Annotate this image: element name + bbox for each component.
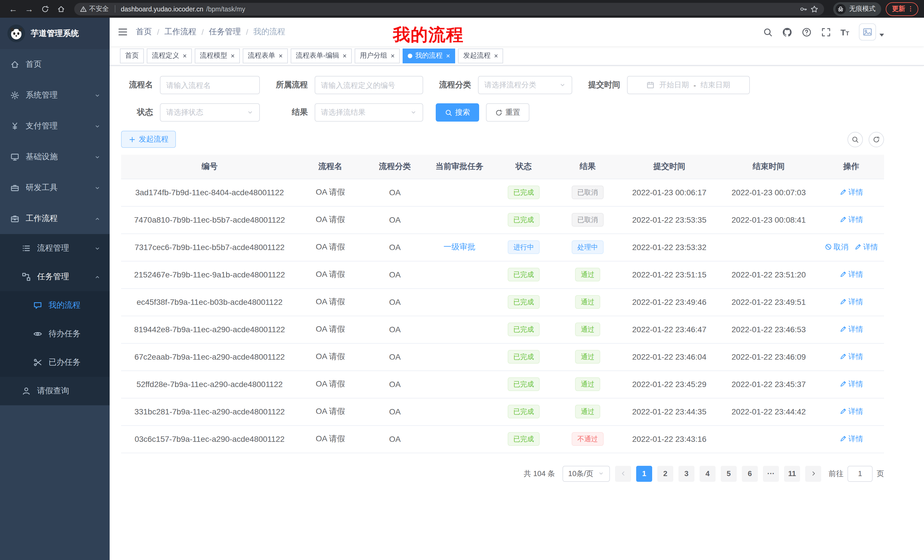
goto-page-input[interactable]: [848, 466, 873, 482]
edit-icon: [839, 326, 847, 333]
tab-close-icon[interactable]: ×: [391, 52, 394, 59]
security-warning-text: 不安全: [89, 4, 109, 13]
page-size-select[interactable]: 10条/页: [562, 466, 610, 482]
breadcrumb-item[interactable]: 工作流程: [165, 27, 196, 37]
sidebar-item-dev-tools[interactable]: 研发工具: [0, 172, 110, 203]
page-button[interactable]: 6: [742, 466, 758, 482]
detail-action[interactable]: 详情: [839, 406, 863, 417]
cell-process-name: OA 请假: [298, 234, 363, 261]
font-size-icon[interactable]: TT: [840, 28, 849, 36]
search-button[interactable]: 搜索: [436, 103, 479, 121]
tab-process-form[interactable]: 流程表单×: [243, 48, 288, 63]
page-button[interactable]: 2: [657, 466, 673, 482]
detail-action[interactable]: 详情: [839, 434, 863, 444]
table-row: ec45f38f-7b9a-11ec-b03b-acde48001122OA 请…: [121, 288, 884, 316]
user-avatar-dropdown[interactable]: [859, 23, 884, 40]
browser-forward-button[interactable]: →: [22, 1, 36, 16]
github-icon[interactable]: [782, 27, 792, 37]
browser-home-button[interactable]: [54, 1, 69, 16]
detail-action[interactable]: 详情: [839, 187, 863, 198]
owner-process-input[interactable]: [321, 81, 417, 89]
submit-time-range-picker[interactable]: 开始日期 - 结束日期: [627, 76, 750, 94]
url-path: /bpm/task/my: [206, 5, 245, 12]
toggle-search-button[interactable]: [848, 132, 863, 147]
result-select[interactable]: 请选择流结果: [315, 103, 423, 121]
sidebar-toggle-button[interactable]: [110, 18, 136, 46]
status-select[interactable]: 请选择状态: [160, 103, 260, 121]
tab-my-process[interactable]: 我的流程×: [403, 48, 455, 63]
tab-process-model[interactable]: 流程模型×: [195, 48, 240, 63]
address-bar[interactable]: 不安全 dashboard.yudao.iocoder.cn/bpm/task/…: [74, 3, 824, 15]
sidebar-item-system[interactable]: 系统管理: [0, 80, 110, 111]
page-button[interactable]: 11: [784, 466, 800, 482]
tab-close-icon[interactable]: ×: [446, 52, 450, 59]
help-icon[interactable]: [801, 27, 811, 37]
breadcrumb-separator: /: [157, 27, 159, 36]
breadcrumb-item[interactable]: 首页: [136, 27, 152, 37]
tab-process-form-edit[interactable]: 流程表单-编辑×: [291, 48, 352, 63]
bookmark-icon[interactable]: [810, 5, 818, 13]
sidebar-item-done-tasks[interactable]: 已办任务: [0, 348, 110, 377]
sidebar-item-my-process[interactable]: 我的流程: [0, 291, 110, 320]
detail-action[interactable]: 详情: [839, 270, 863, 280]
table-row: 67c2eaab-7b9a-11ec-a290-acde48001122OA 请…: [121, 343, 884, 370]
detail-action[interactable]: 详情: [839, 352, 863, 362]
next-page-button[interactable]: [805, 466, 821, 482]
status-tag: 通过: [575, 377, 600, 391]
sidebar-item-leave-query[interactable]: 请假查询: [0, 377, 110, 405]
tab-close-icon[interactable]: ×: [494, 52, 498, 59]
prev-page-button[interactable]: [615, 466, 631, 482]
process-name-input[interactable]: [166, 81, 254, 89]
page-button[interactable]: 4: [700, 466, 716, 482]
omnibox-divider: [114, 5, 115, 13]
page-button[interactable]: 5: [721, 466, 736, 482]
page-ellipsis[interactable]: ···: [763, 466, 779, 482]
fullscreen-icon[interactable]: [821, 27, 831, 37]
detail-action[interactable]: 详情: [839, 379, 863, 389]
page-button[interactable]: 1: [636, 466, 652, 482]
breadcrumb-item[interactable]: 任务管理: [209, 27, 241, 37]
incognito-icon: [837, 5, 844, 12]
current-task-link[interactable]: 一级审批: [444, 242, 476, 251]
sidebar-item-task-mgmt[interactable]: 任务管理: [0, 263, 110, 291]
cell-id: 3ad174fb-7b9d-11ec-8404-acde48001122: [121, 179, 298, 206]
tab-user-group[interactable]: 用户分组×: [355, 48, 400, 63]
status-tag: 不通过: [572, 432, 604, 446]
cell-end-time: 2022-01-22 23:49:51: [719, 288, 818, 316]
app-logo[interactable]: 芋道管理系统: [0, 18, 110, 49]
tab-process-definition[interactable]: 流程定义×: [147, 48, 192, 63]
refresh-table-button[interactable]: [868, 132, 884, 147]
category-select[interactable]: 请选择流程分类: [478, 76, 572, 94]
tab-close-icon[interactable]: ×: [183, 52, 187, 59]
header-search-icon[interactable]: [763, 27, 772, 37]
cell-category: OA: [363, 234, 427, 261]
table-row: 819442e8-7b9a-11ec-a290-acde48001122OA 请…: [121, 316, 884, 343]
browser-back-button[interactable]: ←: [6, 1, 21, 16]
tab-start-process[interactable]: 发起流程×: [458, 48, 503, 63]
cancel-action[interactable]: 取消: [824, 242, 848, 252]
gear-icon: [10, 91, 20, 100]
tab-home[interactable]: 首页: [120, 48, 144, 63]
detail-action[interactable]: 详情: [854, 242, 878, 252]
tab-close-icon[interactable]: ×: [231, 52, 235, 59]
chevron-down-icon: [94, 92, 100, 99]
detail-action[interactable]: 详情: [839, 297, 863, 307]
reset-button[interactable]: 重置: [486, 103, 530, 121]
page-button[interactable]: 3: [678, 466, 694, 482]
tab-close-icon[interactable]: ×: [343, 52, 346, 59]
sidebar-item-process-mgmt[interactable]: 流程管理: [0, 234, 110, 263]
sidebar-item-payment[interactable]: 支付管理: [0, 111, 110, 142]
detail-action[interactable]: 详情: [839, 215, 863, 225]
start-process-button[interactable]: 发起流程: [121, 131, 176, 148]
password-manager-icon[interactable]: [800, 5, 807, 13]
detail-action[interactable]: 详情: [839, 324, 863, 334]
sidebar-item-infrastructure[interactable]: 基础设施: [0, 142, 110, 172]
sidebar-item-workflow[interactable]: 工作流程: [0, 203, 110, 234]
sidebar-item-home[interactable]: 首页: [0, 49, 110, 80]
security-status[interactable]: 不安全: [80, 4, 109, 13]
browser-reload-button[interactable]: [38, 1, 52, 16]
browser-update-button[interactable]: 更新: [886, 2, 918, 16]
tab-close-icon[interactable]: ×: [279, 52, 283, 59]
browser-menu-icon[interactable]: [907, 5, 914, 13]
sidebar-item-todo-tasks[interactable]: 待办任务: [0, 320, 110, 348]
